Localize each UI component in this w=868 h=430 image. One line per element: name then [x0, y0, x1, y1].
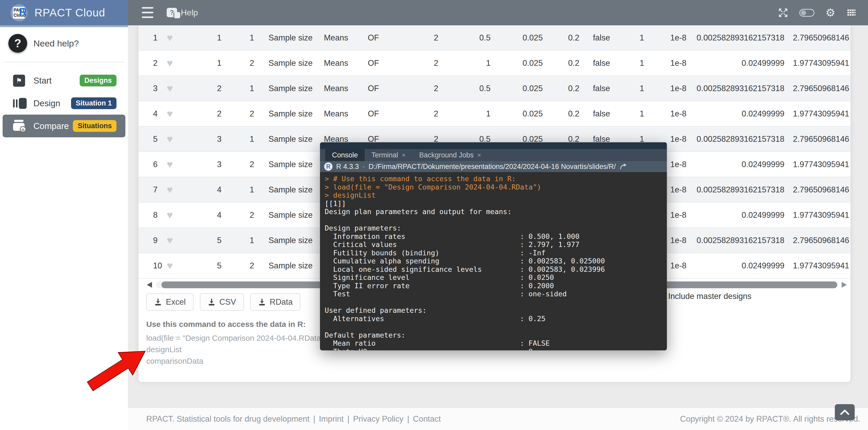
sidebar-item-design[interactable]: Design Situation 1 — [3, 92, 125, 114]
favorite-heart-icon[interactable]: ♥ — [159, 127, 180, 152]
console-output-line: Cumulative alpha spending : 0.002583, 0.… — [325, 257, 667, 265]
table-row[interactable]: 2♥12Sample sizeMeansOF210.0250.2false11e… — [138, 51, 850, 76]
rdata-label: RData — [270, 297, 293, 307]
sidebar-item-label: Compare — [33, 121, 69, 131]
console-output-line: Information rates : 0.500, 1.000 — [325, 232, 667, 241]
table-cell: 2 — [410, 76, 441, 102]
table-cell: 1 — [225, 228, 257, 254]
console-command-line: > # Use this command to access the data … — [325, 175, 667, 183]
favorite-heart-icon[interactable]: ♥ — [159, 51, 180, 76]
rstudio-console-window[interactable]: Console Terminal × Background Jobs × R R… — [320, 142, 667, 351]
table-cell: Sample size — [257, 253, 321, 279]
sidebar-item-label: Design — [33, 98, 60, 108]
tab-label: Terminal — [371, 151, 398, 159]
console-output[interactable]: > # Use this command to access the data … — [320, 172, 667, 351]
table-cell: false — [583, 25, 609, 51]
favorite-heart-icon[interactable]: ♥ — [159, 253, 180, 279]
console-output-line: Test : one-sided — [325, 290, 667, 298]
table-cell: 2.79650968146 — [787, 25, 850, 51]
include-master-designs-label[interactable]: Include master designs — [668, 292, 751, 301]
table-cell: 1 — [609, 25, 647, 51]
table-cell: 0.025 — [494, 101, 546, 127]
scroll-left-arrow-icon[interactable] — [147, 282, 152, 288]
rdata-export-button[interactable]: RData — [250, 293, 301, 311]
table-cell: 2.79650968146 — [787, 177, 850, 203]
console-output-line: Design plan parameters and output for me… — [325, 207, 667, 216]
favorite-heart-icon[interactable]: ♥ — [159, 76, 180, 102]
question-circle-icon: ? — [8, 34, 27, 53]
fullscreen-icon[interactable] — [778, 7, 788, 18]
table-cell: 1.97743095941 — [787, 152, 850, 177]
table-cell: 1 — [180, 25, 225, 51]
table-cell: Sample size — [257, 25, 321, 51]
table-cell: false — [583, 51, 609, 76]
open-folder-arrow-icon[interactable] — [619, 163, 627, 170]
r-access-code-load: load(file = "Design Comparison 2024-04-0… — [146, 332, 326, 344]
sidebar-item-label: Start — [33, 76, 52, 86]
download-icon — [258, 298, 266, 306]
sidebar-item-start[interactable]: ⚑ Start Designs — [3, 69, 125, 92]
table-cell: 0.2 — [546, 101, 583, 127]
table-cell: 1.97743095941 — [787, 101, 850, 127]
scroll-to-top-button[interactable] — [835, 404, 855, 420]
console-output-line: Critical values : 2.797, 1.977 — [325, 240, 667, 249]
console-command-line: > designList — [325, 191, 667, 199]
console-output-line: User defined parameters: — [325, 306, 667, 315]
table-cell: 2.79650968146 — [787, 228, 850, 254]
tab-terminal[interactable]: Terminal × — [365, 149, 412, 161]
table-cell: 2 — [225, 203, 257, 228]
table-cell: OF — [366, 51, 410, 76]
flag-icon: ⚑ — [13, 74, 27, 87]
toggle-knob — [801, 10, 806, 15]
table-row[interactable]: 3♥21Sample sizeMeansOF20.50.0250.2false1… — [138, 76, 850, 101]
console-output-line: Local one-sided significance levels : 0.… — [325, 265, 667, 274]
favorite-heart-icon[interactable]: ♥ — [159, 25, 180, 51]
table-cell: 5 — [180, 253, 225, 279]
table-row[interactable]: 4♥22Sample sizeMeansOF210.0250.2false11e… — [138, 101, 850, 127]
excel-export-button[interactable]: Excel — [146, 293, 193, 311]
status-badge-situations: Situations — [73, 120, 117, 132]
table-cell: 10 — [138, 253, 159, 279]
settings-gear-icon[interactable]: ⚙ — [826, 7, 835, 18]
table-cell: 1e-8 — [647, 101, 690, 127]
tab-console[interactable]: Console — [325, 149, 365, 161]
sidebar-nav: ⚑ Start Designs Design Situation 1 + Com… — [0, 69, 128, 137]
need-help-item[interactable]: ? Need help? — [8, 34, 79, 53]
table-cell: Sample size — [257, 51, 321, 76]
working-directory-path[interactable]: D:/Firma/RPACT/Dokumente/presentations/2… — [369, 163, 616, 171]
help-button[interactable]: ? Help — [167, 5, 198, 20]
table-cell: 0.02499999 — [690, 253, 787, 279]
favorite-heart-icon[interactable]: ♥ — [159, 177, 180, 203]
table-cell: 2 — [225, 253, 257, 279]
table-cell: Sample size — [257, 177, 321, 203]
table-row[interactable]: 1♥11Sample sizeMeansOF20.50.0250.2false1… — [138, 25, 850, 51]
favorite-heart-icon[interactable]: ♥ — [159, 228, 180, 254]
console-output-line — [325, 298, 667, 306]
privacy-policy-link[interactable]: Privacy Policy — [353, 414, 404, 424]
table-cell: 1 — [609, 101, 647, 127]
favorite-heart-icon[interactable]: ♥ — [159, 203, 180, 228]
close-icon[interactable]: × — [402, 152, 406, 159]
table-cell: 4 — [180, 203, 225, 228]
imprint-link[interactable]: Imprint — [319, 414, 344, 424]
tab-background-jobs[interactable]: Background Jobs × — [412, 149, 488, 161]
console-output-line: Futility bounds (binding) : -Inf — [325, 249, 667, 257]
table-cell: 0.2 — [546, 51, 583, 76]
csv-export-button[interactable]: CSV — [200, 293, 244, 311]
dark-mode-toggle[interactable] — [799, 9, 814, 17]
hamburger-menu-icon[interactable] — [142, 7, 153, 18]
sidebar-item-compare[interactable]: + Compare Situations — [3, 114, 125, 137]
logo-r-letter: R — [19, 6, 27, 18]
contact-link[interactable]: Contact — [413, 414, 441, 424]
close-icon[interactable]: × — [477, 152, 481, 159]
favorite-heart-icon[interactable]: ♥ — [159, 101, 180, 127]
console-command-line: > load(file = "Design Comparison 2024-04… — [325, 183, 667, 191]
table-cell: 1 — [441, 51, 494, 76]
table-grid-icon[interactable] — [846, 8, 856, 18]
table-cell: 2 — [225, 152, 257, 177]
favorite-heart-icon[interactable]: ♥ — [159, 152, 180, 177]
red-annotation-arrow — [81, 344, 149, 394]
table-cell: OF — [366, 25, 410, 51]
scroll-right-arrow-icon[interactable] — [842, 282, 847, 288]
table-cell: 0.025 — [494, 25, 546, 51]
